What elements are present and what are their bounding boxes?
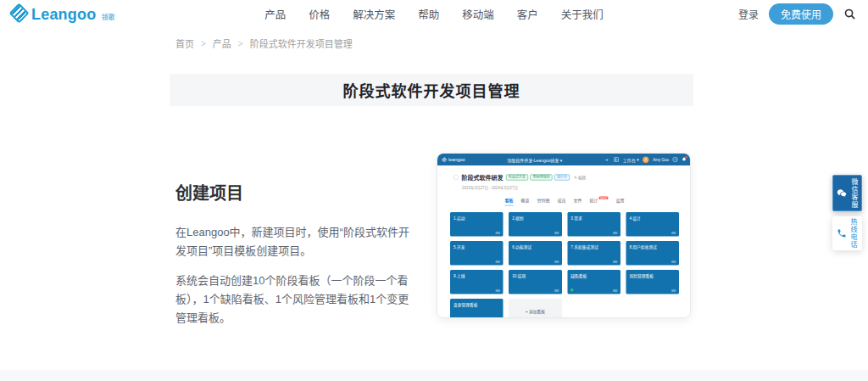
section-paragraph: 在Leangoo中，新建项目时，使用“阶段式软件开发项目”项目模板创建项目。 (175, 223, 409, 261)
app-tab-0: 看板 (504, 197, 513, 207)
login-link[interactable]: 登录 (738, 7, 759, 21)
nav-item-5[interactable]: 客户 (517, 6, 538, 22)
board-card-0: 1.启动 (450, 212, 504, 237)
help-icon: ? (673, 157, 678, 162)
page: Leangoo 领歌 产品价格解决方案帮助移动端客户关于我们 登录 免费使用 首… (0, 0, 868, 381)
board-card-meta (554, 232, 559, 234)
bell-icon (682, 157, 687, 162)
grid-icon (614, 157, 620, 163)
wechat-support-label: 微信客服 (849, 178, 859, 209)
board-card-meta (671, 261, 676, 263)
app-tab-3: 成员 (557, 197, 565, 207)
app-logo-icon (442, 157, 447, 162)
free-trial-button[interactable]: 免费使用 (769, 3, 833, 25)
phone-icon (837, 228, 847, 238)
board-card-meta (554, 289, 559, 292)
page-title-banner: 阶段式软件开发项目管理 (170, 74, 693, 106)
site-header: Leangoo 领歌 产品价格解决方案帮助移动端客户关于我们 登录 免费使用 (0, 0, 868, 27)
board-card-2: 3.需求 (567, 212, 620, 237)
notification-dot (686, 156, 688, 159)
avatar: A (643, 156, 649, 163)
breadcrumb-item-0[interactable]: 首页 (175, 36, 194, 50)
nav-item-1[interactable]: 价格 (309, 6, 330, 22)
board-card-meta (613, 232, 618, 234)
board-card-meta (671, 289, 676, 292)
board-card-6: 7.系统集成测试 (567, 241, 620, 266)
board-card-1: 2.规划 (509, 212, 562, 237)
breadcrumb: 首页>产品>阶段式软件开发项目管理 (175, 36, 353, 50)
app-screenshot: leangoo 领歌软件开发-Leangoo研发 ▾ + 工作台▾ A Amy … (437, 153, 691, 318)
board-card-meta (496, 261, 501, 263)
app-tab-1: 概览 (520, 197, 529, 207)
project-edit-link: ✎ 编辑 (574, 175, 586, 181)
breadcrumb-separator: > (238, 39, 243, 48)
section-paragraph: 系统会自动创建10个阶段看板（一个阶段一个看板），1个缺陷看板、1个风险管理看板… (175, 272, 409, 328)
project-tabs: 看板概览甘特图成员文件统计NEW设置 (437, 197, 691, 207)
board-card-meta (671, 232, 676, 234)
board-card-meta (496, 289, 501, 292)
board-card-meta (613, 289, 618, 292)
board-grid: 1.启动2.规划3.需求4.设计5.开发6.功能测试7.系统集成测试8.用户验收… (450, 212, 679, 318)
app-logo-text: leangoo (448, 157, 465, 162)
project-dates: 2023年3月27日 - 2024年3月27日 (437, 183, 691, 191)
wechat-support-button[interactable]: 微信客服 (832, 175, 862, 211)
workspace-menu: 工作台▾ (623, 156, 639, 163)
board-card-8: 9.上线 (450, 270, 504, 294)
main-nav: 产品价格解决方案帮助移动端客户关于我们 (264, 6, 604, 22)
breadcrumb-item-2: 阶段式软件开发项目管理 (250, 36, 353, 50)
project-badges: 阶段式开发里程碑规划进行中 (506, 174, 570, 180)
nav-item-6[interactable]: 关于我们 (561, 6, 604, 22)
board-card-9: 10.结项 (509, 270, 562, 294)
project-badge-1: 里程碑规划 (531, 174, 553, 180)
project-badge-0: 阶段式开发 (506, 174, 528, 180)
section-heading: 创建项目 (175, 180, 409, 205)
app-screenshot-inner: leangoo 领歌软件开发-Leangoo研发 ▾ + 工作台▾ A Amy … (437, 154, 691, 318)
board-card-4: 5.开发 (450, 241, 504, 266)
board-card-5: 6.功能测试 (509, 241, 562, 266)
board-card-meta (496, 232, 501, 234)
board-card-11: 风险管理看板 (626, 270, 679, 294)
board-card-meta (554, 261, 559, 263)
brand-logo[interactable]: Leangoo 领歌 (12, 6, 114, 22)
hotline-label: 热线电话 (849, 218, 858, 249)
new-badge: NEW (598, 197, 608, 200)
app-board-switcher: 领歌软件开发-Leangoo研发 ▾ (465, 156, 604, 163)
app-topbar: leangoo 领歌软件开发-Leangoo研发 ▾ + 工作台▾ A Amy … (437, 154, 691, 165)
app-tab-6: 设置 (616, 197, 625, 207)
brand-subtitle: 领歌 (101, 12, 114, 21)
wechat-icon (836, 188, 848, 199)
board-card-3: 4.设计 (626, 212, 679, 237)
user-name: Amy Guo (653, 158, 669, 162)
header-actions: 登录 免费使用 (738, 3, 856, 25)
project-badge-2: 进行中 (554, 174, 570, 180)
nav-item-0[interactable]: 产品 (264, 6, 286, 22)
app-topbar-actions: + 工作台▾ A Amy Guo ? (604, 156, 687, 163)
board-card-10: 缺陷看板 (567, 270, 620, 294)
hotline-button[interactable]: 热线电话 (832, 216, 862, 250)
app-tab-4: 文件 (573, 197, 581, 207)
online-dot (570, 289, 574, 292)
breadcrumb-separator: > (201, 39, 206, 48)
floating-contact: 微信客服 热线电话 (832, 175, 862, 250)
project-name: 阶段式软件研发 (462, 173, 504, 182)
project-header: 阶段式软件研发 阶段式开发里程碑规划进行中 ✎ 编辑 (437, 165, 691, 183)
nav-item-4[interactable]: 移动端 (462, 6, 494, 22)
project-status-circle-icon (453, 175, 459, 180)
add-board-button: + 添加看板 (509, 299, 562, 318)
plus-icon: + (604, 157, 610, 163)
app-tab-5: 统计NEW (589, 197, 608, 207)
app-logo: leangoo (442, 157, 465, 162)
footer-strip (0, 370, 868, 381)
search-icon[interactable] (843, 8, 856, 20)
nav-item-2[interactable]: 解决方案 (353, 6, 395, 22)
brand-name: Leangoo (31, 7, 96, 22)
app-tab-2: 甘特图 (537, 197, 549, 207)
section-create-project: 创建项目 在Leangoo中，新建项目时，使用“阶段式软件开发项目”项目模板创建… (175, 180, 409, 339)
board-card-meta (613, 261, 618, 263)
breadcrumb-item-1[interactable]: 产品 (213, 36, 231, 50)
page-title: 阶段式软件开发项目管理 (343, 79, 520, 101)
brand-logo-icon (8, 3, 29, 23)
nav-item-3[interactable]: 帮助 (418, 6, 439, 22)
board-card-12: 变更管理看板 (450, 299, 504, 318)
board-card-7: 8.用户验收测试 (626, 241, 679, 266)
